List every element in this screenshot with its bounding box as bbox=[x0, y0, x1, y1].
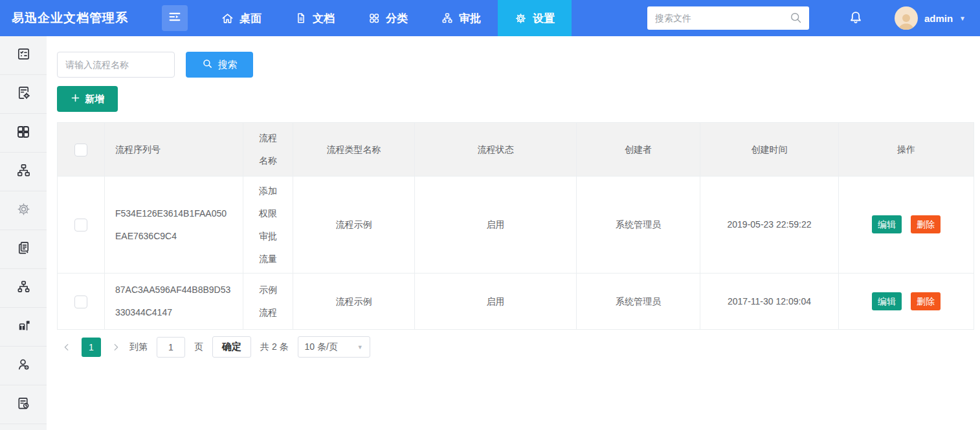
prev-page-icon[interactable] bbox=[57, 338, 76, 357]
header-name: 流程名称 bbox=[243, 123, 293, 177]
search-button[interactable]: 搜索 bbox=[186, 52, 253, 78]
top-navbar: 易迅企业文档管理系 桌面 bbox=[0, 0, 980, 36]
nav-item-desktop[interactable]: 桌面 bbox=[205, 0, 278, 36]
navbar-spacer bbox=[572, 0, 647, 36]
left-sidebar bbox=[0, 36, 47, 430]
plus-icon bbox=[71, 93, 80, 105]
cell-flow-status: 启用 bbox=[415, 177, 577, 274]
document-icon bbox=[295, 12, 307, 24]
nav-item-documents[interactable]: 文档 bbox=[278, 0, 351, 36]
goto-label: 到第 bbox=[129, 341, 148, 353]
page-number-button[interactable]: 1 bbox=[82, 338, 101, 357]
collapse-menu-icon bbox=[168, 10, 182, 27]
grid-icon bbox=[16, 124, 31, 142]
total-count-label: 共 2 条 bbox=[260, 341, 289, 353]
goto-page-input[interactable] bbox=[157, 337, 185, 358]
chevron-down-icon: ▼ bbox=[959, 15, 966, 22]
delete-button[interactable]: 删除 bbox=[911, 215, 941, 233]
row-checkbox[interactable] bbox=[74, 219, 87, 231]
nav-item-label: 分类 bbox=[386, 11, 408, 26]
header-created: 创建时间 bbox=[700, 123, 839, 177]
sidebar-item-user-audit[interactable] bbox=[0, 347, 47, 385]
header-actions: 操作 bbox=[839, 123, 974, 177]
delete-button[interactable]: 删除 bbox=[911, 292, 941, 310]
row-checkbox[interactable] bbox=[74, 296, 87, 308]
chevron-down-icon: ▼ bbox=[357, 344, 363, 350]
sitemap-icon bbox=[441, 12, 453, 24]
sidebar-item-settings[interactable] bbox=[0, 191, 47, 230]
bar-chart-flag-icon bbox=[16, 318, 31, 336]
confirm-button[interactable]: 确定 bbox=[212, 336, 251, 358]
sidebar-item-approval-list[interactable] bbox=[0, 36, 47, 75]
copy-document-icon bbox=[16, 241, 31, 258]
search-icon[interactable] bbox=[789, 11, 803, 27]
notifications-bell-icon[interactable] bbox=[848, 10, 863, 26]
sidebar-item-org-flow[interactable] bbox=[0, 269, 47, 308]
page-size-value: 10 条/页 bbox=[305, 341, 338, 353]
page-size-select[interactable]: 10 条/页 ▼ bbox=[298, 336, 370, 358]
document-gear-icon bbox=[16, 85, 31, 103]
flow-search-toolbar: 搜索 bbox=[57, 52, 974, 78]
home-icon bbox=[221, 12, 234, 25]
nav-item-settings[interactable]: 设置 bbox=[498, 0, 572, 36]
cell-flow-name: 添加权限审批流量 bbox=[243, 177, 293, 274]
cell-flow-status: 启用 bbox=[415, 274, 577, 330]
pagination: 1 到第 页 确定 共 2 条 10 条/页 ▼ bbox=[57, 336, 974, 358]
edit-button[interactable]: 编辑 bbox=[872, 215, 902, 233]
table-header-row: 流程序列号 流程名称 流程类型名称 流程状态 创建者 创建时间 操作 bbox=[58, 123, 974, 177]
edit-button[interactable]: 编辑 bbox=[872, 292, 902, 310]
nav-item-label: 文档 bbox=[313, 11, 335, 26]
nav-item-label: 审批 bbox=[459, 11, 481, 26]
sidebar-item-documents[interactable] bbox=[0, 230, 47, 269]
search-icon bbox=[202, 58, 213, 71]
cell-serial: 87AC3AA596AF44B8B9D53330344C4147 bbox=[105, 274, 243, 330]
cell-created-time: 2019-05-23 22:59:22 bbox=[700, 177, 839, 274]
header-type: 流程类型名称 bbox=[293, 123, 415, 177]
cell-flow-name: 示例流程 bbox=[243, 274, 293, 330]
main-nav: 桌面 文档 分类 bbox=[205, 0, 572, 36]
app-window: 易迅企业文档管理系 桌面 bbox=[0, 0, 980, 430]
user-menu[interactable]: admin ▼ bbox=[895, 6, 966, 30]
sidebar-item-reports[interactable] bbox=[0, 308, 47, 347]
cell-flow-type: 流程示例 bbox=[293, 274, 415, 330]
sidebar-item-categories[interactable] bbox=[0, 114, 47, 153]
clipboard-clock-icon bbox=[16, 396, 31, 413]
cell-creator: 系统管理员 bbox=[577, 177, 700, 274]
sidebar-item-flow-manage[interactable] bbox=[0, 153, 47, 191]
search-button-label: 搜索 bbox=[218, 59, 238, 71]
gear-icon bbox=[16, 202, 31, 219]
nav-item-approval[interactable]: 审批 bbox=[425, 0, 498, 36]
header-serial: 流程序列号 bbox=[105, 123, 243, 177]
cell-flow-type: 流程示例 bbox=[293, 177, 415, 274]
user-badge-icon bbox=[16, 357, 31, 374]
gear-icon bbox=[515, 12, 527, 25]
add-button-label: 新增 bbox=[85, 93, 105, 105]
nav-item-label: 设置 bbox=[533, 11, 555, 26]
page-unit-label: 页 bbox=[194, 341, 203, 353]
add-button[interactable]: 新增 bbox=[57, 86, 118, 112]
header-checkbox-cell bbox=[58, 123, 105, 177]
select-all-checkbox[interactable] bbox=[74, 144, 87, 156]
header-status: 流程状态 bbox=[415, 123, 577, 177]
flow-name-input[interactable] bbox=[57, 52, 175, 78]
collapse-menu-button[interactable] bbox=[162, 5, 188, 31]
next-page-icon[interactable] bbox=[106, 338, 126, 357]
cell-creator: 系统管理员 bbox=[577, 274, 700, 330]
sitemap-icon bbox=[16, 279, 31, 297]
file-search-box bbox=[647, 6, 809, 30]
checklist-icon bbox=[16, 47, 31, 64]
cell-serial: F534E126E3614B1FAA050EAE7636C9C4 bbox=[105, 177, 243, 274]
file-search-input[interactable] bbox=[647, 6, 809, 30]
flow-table: 流程序列号 流程名称 流程类型名称 流程状态 创建者 创建时间 操作 F534E… bbox=[57, 122, 974, 330]
main-content: 搜索 新增 流程序列号 流程名称 流程类型名称 bbox=[47, 36, 980, 430]
header-creator: 创建者 bbox=[577, 123, 700, 177]
cell-created-time: 2017-11-30 12:09:04 bbox=[700, 274, 839, 330]
sitemap-icon bbox=[16, 163, 31, 180]
sidebar-item-logs[interactable] bbox=[0, 385, 47, 424]
sidebar-item-flow-config[interactable] bbox=[0, 75, 47, 114]
nav-item-categories[interactable]: 分类 bbox=[351, 0, 425, 36]
table-row: F534E126E3614B1FAA050EAE7636C9C4 添加权限审批流… bbox=[58, 177, 974, 274]
username-label: admin bbox=[924, 13, 953, 24]
app-title: 易迅企业文档管理系 bbox=[0, 0, 162, 36]
avatar bbox=[895, 6, 918, 30]
